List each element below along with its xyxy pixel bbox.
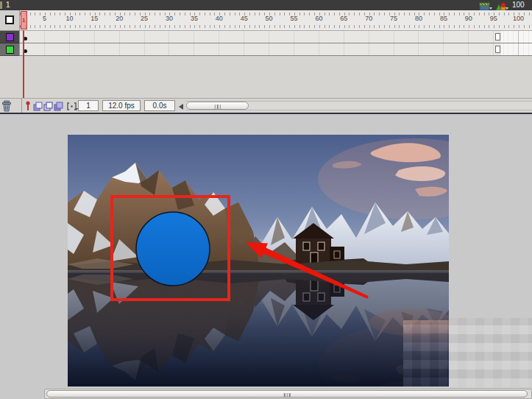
- divider: [21, 99, 22, 113]
- edit-multiple-frames-button[interactable]: [54, 101, 63, 110]
- scrollbar-grip: [214, 105, 221, 109]
- layer-1-span-end-marker[interactable]: [495, 33, 500, 40]
- layer-2-frame-span[interactable]: [20, 43, 501, 55]
- ruler-label: 5: [43, 15, 46, 22]
- ruler-label: 45: [241, 15, 248, 22]
- ruler-label: 35: [191, 15, 198, 22]
- outline-column-header[interactable]: [0, 10, 20, 31]
- chevron-down-icon: [489, 7, 492, 10]
- timeline-ruler[interactable]: 5101520253035404550556065707580859095100…: [20, 10, 532, 31]
- horizontal-scrollbar[interactable]: [44, 389, 532, 399]
- ruler-label: 70: [365, 15, 372, 22]
- layer-2-row[interactable]: [0, 43, 20, 56]
- onion-skin-outlines-button[interactable]: [43, 101, 53, 110]
- layer-2-span-end-marker[interactable]: [495, 46, 500, 53]
- layer-1-outline-swatch[interactable]: [6, 33, 14, 41]
- ruler-label: 40: [216, 15, 223, 22]
- edit-bar: 1 100: [0, 0, 532, 10]
- workspace: [0, 114, 532, 389]
- modify-onion-markers-button[interactable]: [66, 101, 77, 110]
- stage-canvas[interactable]: [68, 135, 449, 386]
- layer-1-frame-span[interactable]: [20, 31, 501, 43]
- onion-skin-button[interactable]: [33, 101, 43, 110]
- outline-column-icon: [5, 15, 14, 24]
- ruler-ticks: [20, 25, 532, 28]
- ruler-label: 80: [415, 15, 422, 22]
- layer-1-frames[interactable]: [20, 31, 532, 43]
- horizontal-scrollbar-thumb[interactable]: [46, 390, 528, 398]
- ruler-label: 10: [65, 15, 73, 22]
- layer-2-frames[interactable]: [20, 43, 532, 56]
- mountain-photo: [68, 135, 449, 386]
- ruler-label: 65: [340, 15, 347, 22]
- playhead-line[interactable]: [23, 30, 24, 98]
- ruler-label: 25: [141, 15, 148, 22]
- timeline-scrollbar-thumb[interactable]: [186, 102, 249, 110]
- ruler-label: 15: [91, 15, 98, 22]
- scene-label[interactable]: 1: [6, 1, 10, 10]
- ruler-label: 100: [513, 15, 524, 22]
- frame-rate-field[interactable]: 12.0 fps: [102, 100, 141, 111]
- timeline-status-bar: 1 12.0 fps 0.0s: [0, 98, 532, 113]
- ruler-label: 30: [166, 15, 173, 22]
- elapsed-time-field[interactable]: 0.0s: [144, 100, 175, 111]
- scrollbar-grip: [284, 393, 291, 398]
- current-frame-field[interactable]: 1: [78, 100, 99, 111]
- blue-circle-shape[interactable]: [136, 212, 210, 286]
- ruler-label: 55: [291, 15, 298, 22]
- playhead[interactable]: 1: [21, 11, 28, 29]
- layer-1-keyframe-icon[interactable]: [24, 37, 27, 40]
- scene-icon: [0, 1, 2, 9]
- layer-2-outline-swatch[interactable]: [6, 46, 14, 54]
- ruler-label: 20: [116, 15, 123, 22]
- edit-scene-button[interactable]: [479, 1, 492, 10]
- chevron-down-icon: [506, 7, 508, 10]
- layer-column: [0, 10, 20, 98]
- timeline-scroll-left-button[interactable]: [179, 104, 183, 110]
- ruler-label: 75: [390, 15, 397, 22]
- ruler-label: 90: [465, 15, 472, 22]
- ruler-label: 85: [440, 15, 447, 22]
- ruler-label: 60: [315, 15, 322, 22]
- zoom-level[interactable]: 100: [512, 1, 532, 10]
- layer-1-row[interactable]: [0, 31, 20, 43]
- timeline-panel: 5101520253035404550556065707580859095100…: [0, 10, 532, 114]
- timeline-frames-area: 5101520253035404550556065707580859095100…: [20, 10, 532, 98]
- pixelated-watermark-patch: [449, 318, 532, 387]
- layer-2-keyframe-icon[interactable]: [24, 49, 27, 53]
- ruler-label: 50: [266, 15, 273, 22]
- timeline-scrollbar[interactable]: [185, 101, 532, 110]
- ruler-label: 95: [490, 15, 497, 22]
- edit-symbols-button[interactable]: [495, 1, 508, 10]
